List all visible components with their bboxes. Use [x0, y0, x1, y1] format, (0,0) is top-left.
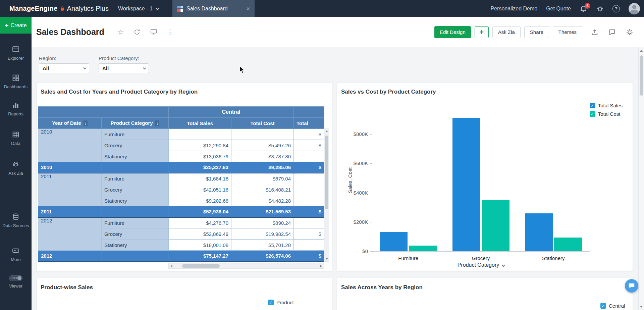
pivot-sales-cell[interactable]: $12,290.84: [169, 140, 231, 151]
sidebar-item-viewer[interactable]: OFF Viewer: [0, 275, 32, 289]
region-filter-select[interactable]: All: [39, 63, 89, 73]
pivot-sales-cell[interactable]: $18,001.08: [169, 240, 231, 251]
pivot-sales-cell[interactable]: $9,202.68: [169, 195, 231, 206]
pivot-col-category[interactable]: Product Category↓: [102, 118, 169, 129]
comments-button[interactable]: [607, 27, 617, 37]
pivot-cost-cell[interactable]: $16,408.21: [231, 184, 294, 195]
legend-checkbox[interactable]: ✓: [600, 303, 606, 309]
sort-desc-icon[interactable]: ↓: [155, 120, 160, 126]
pivot-hscrollbar[interactable]: [168, 263, 324, 269]
pivot-total-cost[interactable]: $21,569.53: [231, 206, 294, 217]
pivot-total-cut[interactable]: $: [294, 251, 324, 262]
avatar[interactable]: [629, 3, 640, 14]
bar-total-cost[interactable]: [409, 246, 437, 251]
pivot-cost-cell[interactable]: $4,482.28: [231, 195, 294, 206]
pivot-category-cell[interactable]: Furniture: [102, 129, 169, 140]
pivot-year-cell[interactable]: 2012: [38, 217, 102, 251]
sort-desc-icon[interactable]: ↓: [84, 120, 88, 126]
legend-item[interactable]: ✓Total Sales: [590, 103, 623, 108]
pivot-cut-cell[interactable]: [294, 217, 324, 228]
bar-total-sales[interactable]: [380, 232, 408, 251]
pivot-total-sales[interactable]: $52,938.04: [169, 206, 231, 217]
pivot-sales-cell[interactable]: $52,869.49: [169, 228, 231, 240]
viewer-toggle[interactable]: OFF: [9, 275, 22, 281]
sidebar-item-more[interactable]: More: [0, 247, 32, 262]
pivot-sales-cell[interactable]: [169, 129, 231, 140]
pivot-cut-cell[interactable]: [294, 184, 324, 195]
pivot-sales-cell[interactable]: $13,036.79: [169, 151, 231, 162]
dashboard-settings-button[interactable]: [625, 27, 635, 37]
slideshow-icon[interactable]: [150, 29, 157, 36]
legend-item[interactable]: ✓ Product: [268, 300, 294, 305]
pivot-cost-cell[interactable]: $5,497.26: [231, 140, 294, 151]
pivot-total-sales[interactable]: $25,327.63: [169, 162, 231, 173]
pivot-year-cell[interactable]: 2010: [38, 129, 102, 162]
tab-close-icon[interactable]: ×: [246, 6, 250, 12]
pivot-cut-cell[interactable]: [294, 151, 324, 162]
pivot-total-sales[interactable]: $75,147.27: [169, 251, 231, 262]
pivot-region-group-header[interactable]: Central: [169, 107, 294, 118]
pivot-total-year[interactable]: 2010: [38, 162, 102, 173]
pivot-cut-cell[interactable]: $: [294, 129, 324, 140]
sidebar-item-explorer[interactable]: Explorer: [0, 45, 32, 61]
pivot-cost-cell[interactable]: $679.04: [231, 173, 294, 184]
legend-checkbox[interactable]: ✓: [590, 111, 595, 117]
product-category-filter-select[interactable]: All: [99, 63, 149, 73]
scroll-down-arrow[interactable]: [639, 304, 644, 309]
sidebar-item-data-sources[interactable]: Data Sources: [0, 213, 32, 228]
settings-gear-icon[interactable]: [596, 5, 604, 12]
pivot-category-cell[interactable]: Stationery: [102, 240, 169, 251]
sidebar-item-data[interactable]: Data: [0, 131, 32, 146]
pivot-cut-cell[interactable]: [294, 173, 324, 184]
bar-total-sales[interactable]: [452, 118, 480, 251]
pivot-cost-cell[interactable]: $19,982.54: [231, 228, 294, 240]
pivot-cut-cell[interactable]: [294, 195, 324, 206]
share-button[interactable]: Share: [524, 26, 549, 38]
pivot-col-total-cost[interactable]: Total Cost: [231, 118, 294, 129]
scroll-up-arrow[interactable]: [639, 48, 644, 53]
pivot-total-year[interactable]: 2012: [38, 251, 102, 262]
pivot-cost-cell[interactable]: [231, 129, 294, 140]
get-quote-link[interactable]: Get Quote: [546, 6, 571, 12]
favorite-star-icon[interactable]: ☆: [118, 29, 124, 36]
pivot-year-cell[interactable]: 2011: [38, 173, 102, 206]
ask-zia-button[interactable]: Ask Zia: [492, 26, 521, 38]
tab-sales-dashboard[interactable]: Sales Dashboard ×: [172, 0, 255, 17]
pivot-category-cell[interactable]: Grocery: [102, 184, 169, 195]
legend-item[interactable]: ✓Total Cost: [590, 111, 623, 117]
pivot-col-year[interactable]: Year of Date↓: [38, 118, 102, 129]
bar-total-cost[interactable]: [554, 238, 582, 251]
refresh-icon[interactable]: [133, 29, 141, 36]
pivot-sales-cell[interactable]: $4,276.70: [169, 217, 231, 228]
pivot-total-category[interactable]: [102, 206, 169, 217]
bar-total-cost[interactable]: [482, 200, 509, 251]
pivot-total-category[interactable]: [102, 162, 169, 173]
create-button[interactable]: + Create: [0, 17, 32, 34]
assistant-chat-button[interactable]: [625, 279, 638, 293]
pivot-hscrollbar-thumb[interactable]: [182, 264, 220, 268]
pivot-vscrollbar[interactable]: [324, 128, 329, 262]
legend-item[interactable]: ✓ Central: [600, 303, 625, 309]
pivot-col-total-sales[interactable]: Total Sales: [169, 118, 231, 129]
edit-design-button[interactable]: Edit Design: [434, 26, 471, 38]
pivot-total-year[interactable]: 2011: [38, 206, 102, 217]
kebab-menu-icon[interactable]: ⋮: [167, 29, 174, 36]
pivot-category-cell[interactable]: Furniture: [102, 173, 169, 184]
pivot-vscrollbar-thumb[interactable]: [325, 136, 328, 209]
pivot-total-cost[interactable]: $9,285.06: [231, 162, 294, 173]
pivot-total-category[interactable]: [102, 251, 169, 262]
export-button[interactable]: [590, 27, 600, 37]
pivot-cost-cell[interactable]: $5,701.28: [231, 240, 294, 251]
workspace-switcher[interactable]: Workspace - 1: [118, 0, 158, 17]
themes-button[interactable]: Themes: [553, 26, 582, 38]
add-widget-button[interactable]: +: [475, 26, 489, 38]
scroll-down-arrow[interactable]: [324, 256, 329, 261]
personalized-demo-link[interactable]: Personalized Demo: [491, 6, 538, 12]
scroll-left-arrow[interactable]: [169, 263, 174, 268]
legend-checkbox[interactable]: ✓: [268, 300, 274, 305]
pivot-cut-cell[interactable]: [294, 240, 324, 251]
pivot-cut-cell[interactable]: $: [294, 228, 324, 240]
main-scrollbar[interactable]: [638, 47, 644, 310]
pivot-total-cut[interactable]: $: [294, 206, 324, 217]
help-button[interactable]: ?: [612, 5, 620, 12]
